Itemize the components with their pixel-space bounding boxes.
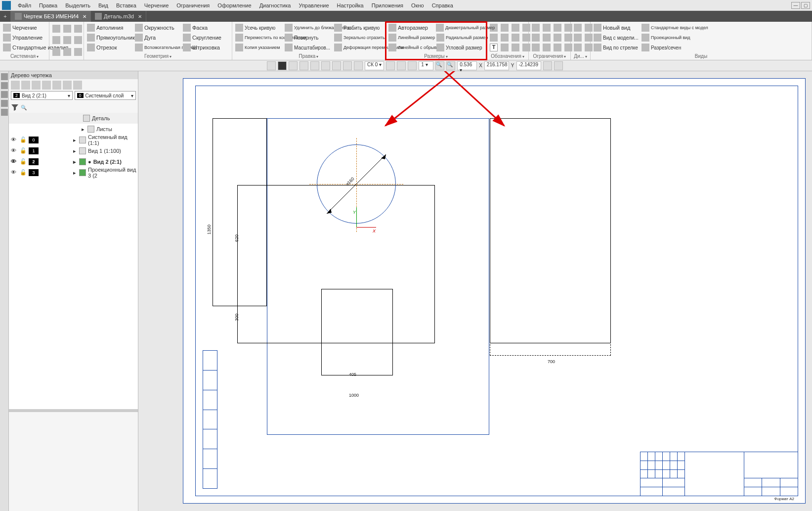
cmd-autoline[interactable]: Автолиния bbox=[86, 23, 133, 32]
tree-tb-btn[interactable] bbox=[73, 81, 82, 90]
vb-btn[interactable] bbox=[343, 61, 352, 70]
lock-icon[interactable]: 🔓 bbox=[20, 158, 27, 165]
menu-help[interactable]: Справка bbox=[428, 2, 457, 8]
cmd-segment[interactable]: Отрезок bbox=[86, 43, 133, 52]
cmd-circle[interactable]: Окружность bbox=[134, 23, 181, 32]
quick-btn[interactable] bbox=[62, 35, 72, 45]
quick-btn[interactable] bbox=[51, 47, 61, 57]
cmd-section[interactable]: Разрез/сечен bbox=[641, 43, 690, 52]
tree-node-sheets[interactable]: ▸ Листы bbox=[9, 124, 138, 135]
zoom-out-btn[interactable]: 🔍 bbox=[435, 61, 444, 70]
menu-select[interactable]: Выделить bbox=[61, 2, 94, 8]
cmd-drawing[interactable]: Черчение bbox=[2, 23, 47, 32]
step-select[interactable]: 1 ▾ bbox=[419, 61, 433, 70]
menu-file[interactable]: Файл bbox=[14, 2, 35, 8]
tree-tb-btn[interactable] bbox=[52, 81, 61, 90]
menu-insert[interactable]: Вставка bbox=[112, 2, 140, 8]
visibility-icon[interactable]: 👁 bbox=[11, 137, 18, 143]
cmd-copy[interactable]: Копия указанием bbox=[234, 43, 283, 52]
vb-btn[interactable] bbox=[299, 61, 308, 70]
constr-btn[interactable] bbox=[542, 23, 552, 33]
cmd-trim[interactable]: Усечь кривую bbox=[234, 23, 283, 32]
lock-icon[interactable]: 🔓 bbox=[20, 147, 27, 154]
tree-row-view1[interactable]: 👁 🔓 1 ▸ Вид 1 (1:100) bbox=[9, 145, 138, 156]
annot-btn[interactable] bbox=[489, 33, 499, 43]
diag-btn[interactable] bbox=[573, 23, 583, 33]
tree-tb-btn[interactable] bbox=[21, 81, 30, 90]
close-icon[interactable]: ✕ bbox=[83, 14, 86, 19]
cmd-manage[interactable]: Управление bbox=[2, 33, 47, 42]
cmd-auxline[interactable]: Вспомогательная прямая bbox=[134, 43, 181, 52]
menu-manage[interactable]: Управление bbox=[295, 2, 333, 8]
vb-btn[interactable] bbox=[332, 61, 341, 70]
zoom-select[interactable]: 0.536 ▾ bbox=[457, 61, 477, 70]
layer-combo[interactable]: 0Системный слой▾ bbox=[75, 91, 136, 100]
vb-btn[interactable] bbox=[267, 61, 276, 70]
cmd-angulardim[interactable]: Угловой размер bbox=[435, 43, 484, 52]
cmd-move[interactable]: Переместить по координатам bbox=[234, 33, 283, 42]
annot-text[interactable]: T bbox=[489, 43, 499, 52]
quick-btn[interactable] bbox=[51, 24, 61, 34]
menu-diag[interactable]: Диагностика bbox=[256, 2, 295, 8]
cmd-radialdim[interactable]: Радиальный размер bbox=[435, 33, 485, 42]
menu-drawing[interactable]: Черчение bbox=[140, 2, 173, 8]
tree-row-view3[interactable]: 👁 🔓 3 ▸ Проекционный вид 3 (2 bbox=[9, 167, 138, 178]
cmd-rotate[interactable]: Повернуть bbox=[284, 33, 332, 42]
quick-btn[interactable] bbox=[62, 47, 72, 57]
lock-icon[interactable]: 🔓 bbox=[20, 137, 27, 143]
visibility-icon[interactable]: 👁 bbox=[11, 147, 18, 154]
cmd-hatch[interactable]: Штриховка bbox=[182, 43, 229, 52]
annot-btn[interactable] bbox=[500, 43, 510, 52]
quick-btn[interactable] bbox=[62, 24, 72, 34]
vb-btn[interactable] bbox=[543, 61, 552, 70]
cmd-diadim[interactable]: Диаметральный размер bbox=[435, 23, 484, 32]
diag-btn[interactable] bbox=[573, 33, 583, 43]
vb-btn[interactable] bbox=[321, 61, 330, 70]
menu-design[interactable]: Оформление bbox=[214, 2, 255, 8]
cmd-newview[interactable]: Новый вид bbox=[593, 23, 640, 32]
cmd-projview[interactable]: Проекционный вид bbox=[641, 33, 690, 42]
vb-btn[interactable] bbox=[278, 61, 287, 70]
cmd-modelview[interactable]: Вид с модели... bbox=[593, 33, 640, 42]
constr-btn[interactable] bbox=[553, 43, 562, 52]
menu-apps[interactable]: Приложения bbox=[368, 2, 407, 8]
cmd-deform[interactable]: Деформация перемещением bbox=[333, 43, 382, 52]
quick-btn[interactable] bbox=[73, 47, 83, 57]
tab-drawing[interactable]: Чертеж БЕЗ ИМЕНИ4 ✕ bbox=[11, 11, 91, 22]
cmd-rectangle[interactable]: Прямоугольник bbox=[86, 33, 133, 42]
annot-btn[interactable] bbox=[500, 33, 510, 43]
vb-btn[interactable] bbox=[354, 61, 363, 70]
filter-icon[interactable] bbox=[11, 103, 19, 111]
lock-icon[interactable]: 🔓 bbox=[20, 169, 27, 176]
vb-btn[interactable] bbox=[310, 61, 319, 70]
constr-btn[interactable] bbox=[531, 33, 541, 43]
strip-btn[interactable] bbox=[1, 82, 8, 89]
cmd-extend[interactable]: Удлинить до ближайшего о... bbox=[284, 23, 332, 32]
strip-btn[interactable] bbox=[1, 73, 8, 80]
zoom-in-btn[interactable]: 🔍 bbox=[446, 61, 455, 70]
tree-tb-btn[interactable] bbox=[32, 81, 41, 90]
menu-constraints[interactable]: Ограничения bbox=[172, 2, 214, 8]
quick-btn[interactable] bbox=[73, 35, 83, 45]
annot-btn[interactable] bbox=[511, 23, 520, 33]
win-minimize[interactable]: — bbox=[791, 2, 800, 9]
cmd-stdparts[interactable]: Стандартные изделия bbox=[2, 43, 47, 52]
cmd-arrowview[interactable]: Вид по стрелке bbox=[593, 43, 640, 52]
tree-tb-btn[interactable] bbox=[42, 81, 51, 90]
quick-btn[interactable] bbox=[51, 35, 61, 45]
cmd-stdviews[interactable]: Стандартные виды с модел bbox=[641, 23, 690, 32]
close-icon[interactable]: ✕ bbox=[138, 14, 142, 19]
vb-btn[interactable] bbox=[397, 61, 406, 70]
new-tab-button[interactable]: + bbox=[0, 11, 11, 22]
visibility-icon[interactable]: 👁 bbox=[11, 158, 18, 165]
cmd-fillet[interactable]: Скругление bbox=[182, 33, 229, 42]
menu-view[interactable]: Вид bbox=[94, 2, 112, 8]
cmd-autodim[interactable]: Авторазмер bbox=[387, 23, 434, 32]
cmd-linearbrk[interactable]: Линейный с обрывом bbox=[387, 43, 434, 52]
constr-btn[interactable] bbox=[531, 23, 541, 33]
cmd-mirror[interactable]: Зеркально отразить bbox=[333, 33, 382, 42]
tree-tb-btn[interactable] bbox=[11, 81, 20, 90]
tree-row-view2[interactable]: 👁 🔓 2 ▸ ● Вид 2 (2:1) bbox=[9, 156, 138, 167]
diag-btn[interactable] bbox=[573, 43, 583, 52]
constr-btn[interactable] bbox=[542, 43, 552, 52]
